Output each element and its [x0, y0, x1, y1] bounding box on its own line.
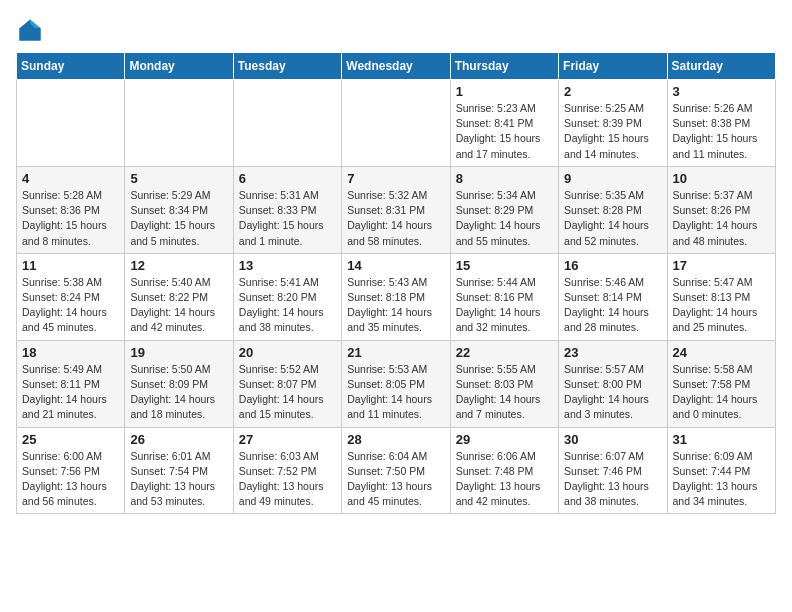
day-header-wednesday: Wednesday — [342, 53, 450, 80]
day-cell: 14Sunrise: 5:43 AM Sunset: 8:18 PM Dayli… — [342, 253, 450, 340]
day-cell: 24Sunrise: 5:58 AM Sunset: 7:58 PM Dayli… — [667, 340, 775, 427]
day-info: Sunrise: 5:28 AM Sunset: 8:36 PM Dayligh… — [22, 188, 119, 249]
day-header-thursday: Thursday — [450, 53, 558, 80]
day-number: 16 — [564, 258, 661, 273]
day-cell: 21Sunrise: 5:53 AM Sunset: 8:05 PM Dayli… — [342, 340, 450, 427]
day-cell — [17, 80, 125, 167]
day-info: Sunrise: 5:49 AM Sunset: 8:11 PM Dayligh… — [22, 362, 119, 423]
day-number: 23 — [564, 345, 661, 360]
day-info: Sunrise: 5:57 AM Sunset: 8:00 PM Dayligh… — [564, 362, 661, 423]
day-number: 15 — [456, 258, 553, 273]
day-number: 30 — [564, 432, 661, 447]
day-cell: 15Sunrise: 5:44 AM Sunset: 8:16 PM Dayli… — [450, 253, 558, 340]
day-number: 20 — [239, 345, 336, 360]
day-cell: 25Sunrise: 6:00 AM Sunset: 7:56 PM Dayli… — [17, 427, 125, 514]
day-info: Sunrise: 5:29 AM Sunset: 8:34 PM Dayligh… — [130, 188, 227, 249]
day-info: Sunrise: 6:03 AM Sunset: 7:52 PM Dayligh… — [239, 449, 336, 510]
day-cell: 23Sunrise: 5:57 AM Sunset: 8:00 PM Dayli… — [559, 340, 667, 427]
day-info: Sunrise: 5:40 AM Sunset: 8:22 PM Dayligh… — [130, 275, 227, 336]
day-header-tuesday: Tuesday — [233, 53, 341, 80]
day-number: 6 — [239, 171, 336, 186]
day-cell — [342, 80, 450, 167]
day-info: Sunrise: 5:38 AM Sunset: 8:24 PM Dayligh… — [22, 275, 119, 336]
day-cell: 6Sunrise: 5:31 AM Sunset: 8:33 PM Daylig… — [233, 166, 341, 253]
day-number: 4 — [22, 171, 119, 186]
day-number: 22 — [456, 345, 553, 360]
day-cell: 1Sunrise: 5:23 AM Sunset: 8:41 PM Daylig… — [450, 80, 558, 167]
day-cell: 9Sunrise: 5:35 AM Sunset: 8:28 PM Daylig… — [559, 166, 667, 253]
day-cell: 3Sunrise: 5:26 AM Sunset: 8:38 PM Daylig… — [667, 80, 775, 167]
day-cell: 28Sunrise: 6:04 AM Sunset: 7:50 PM Dayli… — [342, 427, 450, 514]
day-info: Sunrise: 5:37 AM Sunset: 8:26 PM Dayligh… — [673, 188, 770, 249]
day-cell: 16Sunrise: 5:46 AM Sunset: 8:14 PM Dayli… — [559, 253, 667, 340]
day-info: Sunrise: 5:52 AM Sunset: 8:07 PM Dayligh… — [239, 362, 336, 423]
day-info: Sunrise: 5:44 AM Sunset: 8:16 PM Dayligh… — [456, 275, 553, 336]
day-number: 3 — [673, 84, 770, 99]
page-header — [16, 16, 776, 44]
day-cell: 11Sunrise: 5:38 AM Sunset: 8:24 PM Dayli… — [17, 253, 125, 340]
day-cell: 26Sunrise: 6:01 AM Sunset: 7:54 PM Dayli… — [125, 427, 233, 514]
logo-icon — [16, 16, 44, 44]
day-cell: 31Sunrise: 6:09 AM Sunset: 7:44 PM Dayli… — [667, 427, 775, 514]
day-number: 14 — [347, 258, 444, 273]
day-number: 24 — [673, 345, 770, 360]
day-cell: 27Sunrise: 6:03 AM Sunset: 7:52 PM Dayli… — [233, 427, 341, 514]
day-info: Sunrise: 5:26 AM Sunset: 8:38 PM Dayligh… — [673, 101, 770, 162]
day-cell — [125, 80, 233, 167]
day-cell: 10Sunrise: 5:37 AM Sunset: 8:26 PM Dayli… — [667, 166, 775, 253]
day-number: 11 — [22, 258, 119, 273]
week-row-3: 18Sunrise: 5:49 AM Sunset: 8:11 PM Dayli… — [17, 340, 776, 427]
day-cell: 19Sunrise: 5:50 AM Sunset: 8:09 PM Dayli… — [125, 340, 233, 427]
day-number: 26 — [130, 432, 227, 447]
day-cell: 12Sunrise: 5:40 AM Sunset: 8:22 PM Dayli… — [125, 253, 233, 340]
day-cell: 8Sunrise: 5:34 AM Sunset: 8:29 PM Daylig… — [450, 166, 558, 253]
day-cell: 30Sunrise: 6:07 AM Sunset: 7:46 PM Dayli… — [559, 427, 667, 514]
day-info: Sunrise: 6:06 AM Sunset: 7:48 PM Dayligh… — [456, 449, 553, 510]
day-header-friday: Friday — [559, 53, 667, 80]
day-cell — [233, 80, 341, 167]
day-info: Sunrise: 6:01 AM Sunset: 7:54 PM Dayligh… — [130, 449, 227, 510]
day-cell: 18Sunrise: 5:49 AM Sunset: 8:11 PM Dayli… — [17, 340, 125, 427]
day-number: 1 — [456, 84, 553, 99]
day-cell: 29Sunrise: 6:06 AM Sunset: 7:48 PM Dayli… — [450, 427, 558, 514]
day-number: 28 — [347, 432, 444, 447]
day-cell: 13Sunrise: 5:41 AM Sunset: 8:20 PM Dayli… — [233, 253, 341, 340]
day-cell: 22Sunrise: 5:55 AM Sunset: 8:03 PM Dayli… — [450, 340, 558, 427]
day-header-sunday: Sunday — [17, 53, 125, 80]
day-number: 13 — [239, 258, 336, 273]
day-info: Sunrise: 5:46 AM Sunset: 8:14 PM Dayligh… — [564, 275, 661, 336]
logo — [16, 16, 48, 44]
day-info: Sunrise: 5:47 AM Sunset: 8:13 PM Dayligh… — [673, 275, 770, 336]
svg-rect-2 — [20, 28, 41, 40]
week-row-2: 11Sunrise: 5:38 AM Sunset: 8:24 PM Dayli… — [17, 253, 776, 340]
day-header-monday: Monday — [125, 53, 233, 80]
day-info: Sunrise: 5:32 AM Sunset: 8:31 PM Dayligh… — [347, 188, 444, 249]
day-number: 2 — [564, 84, 661, 99]
day-info: Sunrise: 5:23 AM Sunset: 8:41 PM Dayligh… — [456, 101, 553, 162]
day-number: 29 — [456, 432, 553, 447]
day-info: Sunrise: 5:50 AM Sunset: 8:09 PM Dayligh… — [130, 362, 227, 423]
day-cell: 4Sunrise: 5:28 AM Sunset: 8:36 PM Daylig… — [17, 166, 125, 253]
day-info: Sunrise: 6:07 AM Sunset: 7:46 PM Dayligh… — [564, 449, 661, 510]
day-cell: 2Sunrise: 5:25 AM Sunset: 8:39 PM Daylig… — [559, 80, 667, 167]
day-number: 5 — [130, 171, 227, 186]
day-number: 18 — [22, 345, 119, 360]
day-number: 25 — [22, 432, 119, 447]
day-info: Sunrise: 5:25 AM Sunset: 8:39 PM Dayligh… — [564, 101, 661, 162]
day-cell: 7Sunrise: 5:32 AM Sunset: 8:31 PM Daylig… — [342, 166, 450, 253]
day-info: Sunrise: 5:55 AM Sunset: 8:03 PM Dayligh… — [456, 362, 553, 423]
day-number: 31 — [673, 432, 770, 447]
day-info: Sunrise: 5:41 AM Sunset: 8:20 PM Dayligh… — [239, 275, 336, 336]
day-number: 17 — [673, 258, 770, 273]
day-cell: 5Sunrise: 5:29 AM Sunset: 8:34 PM Daylig… — [125, 166, 233, 253]
day-info: Sunrise: 5:31 AM Sunset: 8:33 PM Dayligh… — [239, 188, 336, 249]
day-number: 8 — [456, 171, 553, 186]
day-info: Sunrise: 5:43 AM Sunset: 8:18 PM Dayligh… — [347, 275, 444, 336]
day-header-saturday: Saturday — [667, 53, 775, 80]
day-info: Sunrise: 6:00 AM Sunset: 7:56 PM Dayligh… — [22, 449, 119, 510]
day-number: 21 — [347, 345, 444, 360]
day-info: Sunrise: 5:58 AM Sunset: 7:58 PM Dayligh… — [673, 362, 770, 423]
day-number: 27 — [239, 432, 336, 447]
day-info: Sunrise: 6:09 AM Sunset: 7:44 PM Dayligh… — [673, 449, 770, 510]
day-number: 10 — [673, 171, 770, 186]
